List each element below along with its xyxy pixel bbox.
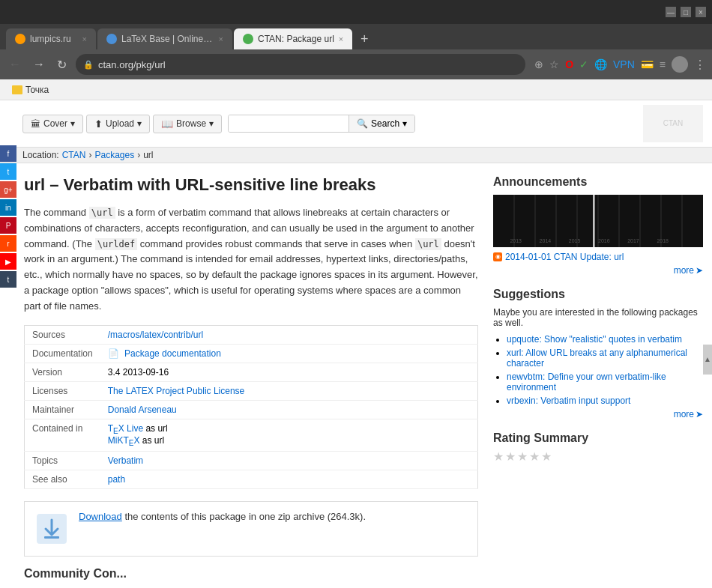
suggestions-list: upquote: Show "realistic" quotes in verb… [493,334,703,406]
topics-link[interactable]: Verbatim [108,455,143,466]
suggestions-more-link[interactable]: more ➤ [493,409,703,419]
back-button[interactable]: ← [6,55,24,74]
pinterest-button[interactable]: P [0,217,16,234]
announcements-more-link[interactable]: more ➤ [493,265,703,276]
contained-in-label: Contained in [25,419,100,452]
download-section: Download the contents of this package in… [24,501,478,557]
description: The command \url is a form of verbatim c… [24,205,478,315]
list-item: vrbexin: Verbatim input support [507,395,703,406]
search-label: Search [371,118,399,129]
address-input[interactable] [98,59,518,70]
tab-ctan[interactable]: CTAN: Package url × [234,28,352,49]
maximize-button[interactable]: □ [681,7,691,17]
miktex-link[interactable]: MiKTEX [108,435,140,446]
menu-icon[interactable]: ≡ [660,58,666,70]
pdf-icon: 📄 [108,348,119,359]
tab-latex-base[interactable]: LaTeX Base | Online LaTeX Editor... × [97,28,232,49]
announcements-title: Announcements [493,175,703,189]
breadcrumb-ctan[interactable]: CTAN [62,150,86,160]
cover-button[interactable]: 🏛 Cover ▾ [22,115,83,133]
profile-avatar[interactable] [672,56,688,73]
wallet-icon[interactable]: 💳 [641,58,654,70]
close-button[interactable]: × [696,7,706,17]
youtube-button[interactable]: ▶ [0,253,16,270]
upload-button[interactable]: ⬆ Upload ▾ [86,115,150,133]
opera-icon[interactable]: O [565,58,573,70]
suggestions-section: Suggestions Maybe you are interested in … [493,288,703,419]
social-sidebar: f t g+ in P r ▶ t [0,145,16,288]
twitter-button[interactable]: t [0,163,16,180]
title-bar: — □ × [0,0,712,24]
search-input[interactable] [229,115,349,132]
bookmark-icon[interactable]: ☆ [549,58,559,70]
suggestion-link-xurl[interactable]: xurl: Allow URL breaks at any alphanumer… [507,348,687,369]
new-tab-button[interactable]: + [354,28,375,49]
linkedin-button[interactable]: in [0,199,16,216]
bookmark-folder-tochka[interactable]: Точка [6,83,55,97]
reddit-button[interactable]: r [0,235,16,252]
browse-button[interactable]: 📖 Browse ▾ [153,115,222,133]
documentation-link[interactable]: Package documentation [124,348,221,359]
texlive-link[interactable]: TEX Live [108,423,143,434]
cover-label: Cover [43,118,67,129]
breadcrumb-packages[interactable]: Packages [94,150,134,160]
tab-close-ctan[interactable]: × [339,34,343,43]
url-cmd: \url [89,207,115,219]
reload-button[interactable]: ↻ [54,55,70,75]
page-content: f t g+ in P r ▶ t 🏛 Cover ▾ ⬆ Upload ▾ 📖… [0,100,712,588]
scroll-arrow[interactable]: ▲ [703,345,712,375]
svg-text:2014: 2014 [540,238,552,243]
tumblr-button[interactable]: t [0,271,16,288]
tab-title-latex: LaTeX Base | Online LaTeX Editor... [121,34,214,44]
table-row: Documentation 📄 Package documentation [25,344,478,363]
vpn-icon[interactable]: VPN [613,58,635,70]
tab-lumpics[interactable]: lumpics.ru × [6,28,96,49]
breadcrumb-sep1: › [88,150,91,160]
topics-label: Topics [25,452,100,470]
ctan-nav-header: 🏛 Cover ▾ ⬆ Upload ▾ 📖 Browse ▾ 🔍 Search… [0,100,712,148]
more-menu[interactable]: ⋮ [694,58,706,72]
browse-label: Browse [176,118,206,129]
search-button[interactable]: 🔍 Search ▾ [349,115,414,132]
info-table: Sources /macros/latex/contrib/url Docume… [24,325,478,490]
svg-rect-3 [44,536,59,539]
see-also-label: See also [25,470,100,489]
window-controls: — □ × [666,7,706,17]
announcement-link[interactable]: 2014-01-01 CTAN Update: url [505,252,624,262]
forward-button[interactable]: → [30,55,48,74]
svg-text:2018: 2018 [657,238,669,243]
globe-icon[interactable]: 🌐 [594,58,607,70]
translate-icon[interactable]: ⊕ [534,58,543,70]
download-text: Download the contents of this package in… [79,511,366,522]
table-row: Licenses The LATEX Project Public Licens… [25,381,478,400]
cover-dropdown-icon: ▾ [70,118,75,129]
suggestion-link-newvbtm[interactable]: newvbtm: Define your own verbatim-like e… [507,372,666,392]
maintainer-link[interactable]: Donald Arseneau [108,404,177,415]
tab-close-latex[interactable]: × [219,34,223,43]
licenses-link[interactable]: The LATEX Project Public License [108,386,245,396]
maintainer-label: Maintainer [25,400,100,419]
check-icon[interactable]: ✓ [579,58,588,70]
download-icon-wrap [34,511,70,547]
see-also-link[interactable]: path [108,474,125,485]
browser-chrome: — □ × lumpics.ru × LaTeX Base | Online L… [0,0,712,79]
download-link[interactable]: Download [79,511,122,522]
breadcrumb-url: url [143,150,153,160]
facebook-button[interactable]: f [0,145,16,162]
minimize-button[interactable]: — [666,7,676,17]
licenses-label: Licenses [25,381,100,400]
lock-icon: 🔒 [83,60,94,70]
tab-close-lumpics[interactable]: × [82,34,87,43]
bookmark-label: Точка [25,85,49,95]
ctan-decorative: CTAN [643,105,703,142]
googleplus-button[interactable]: g+ [0,181,16,198]
upload-label: Upload [106,118,134,129]
suggestion-link-upquote[interactable]: upquote: Show "realistic" quotes in verb… [507,334,682,345]
breadcrumb-sep2: › [137,150,140,160]
version-label: Version [25,363,100,381]
sources-label: Sources [25,325,100,344]
urldef-cmd: \urldef [95,238,138,250]
sources-link[interactable]: /macros/latex/contrib/url [108,330,203,340]
location-label: Location: [22,150,59,160]
suggestion-link-vrbexin[interactable]: vrbexin: Verbatim input support [507,395,630,406]
